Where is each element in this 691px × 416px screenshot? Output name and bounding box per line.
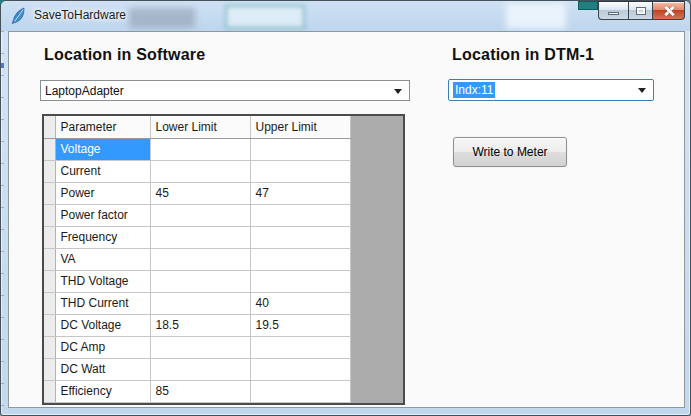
upper-limit-cell[interactable]: 40	[250, 292, 350, 314]
row-header[interactable]	[44, 138, 55, 160]
screen: SaveToHardware Location in Software Lapt…	[0, 0, 691, 416]
table-row: Frequency	[44, 226, 350, 248]
table-row: Voltage	[44, 138, 350, 160]
row-header[interactable]	[44, 292, 55, 314]
lower-limit-cell[interactable]	[150, 358, 250, 380]
upper-limit-cell[interactable]: 19.5	[250, 314, 350, 336]
background-artifact	[1, 63, 4, 68]
background-artifact	[129, 8, 195, 28]
row-header[interactable]	[44, 358, 55, 380]
close-icon	[664, 6, 674, 16]
table-row: THD Current40	[44, 292, 350, 314]
parameter-cell[interactable]: DC Amp	[55, 336, 150, 358]
upper-limit-cell[interactable]	[250, 358, 350, 380]
row-header[interactable]	[44, 226, 55, 248]
minimize-button[interactable]	[598, 1, 628, 20]
row-header[interactable]	[44, 336, 55, 358]
row-header[interactable]	[44, 270, 55, 292]
lower-limit-cell[interactable]: 45	[150, 182, 250, 204]
row-header[interactable]	[44, 160, 55, 182]
upper-limit-cell[interactable]	[250, 270, 350, 292]
parameter-cell[interactable]: Power	[55, 182, 150, 204]
dtm-location-value: Indx:11	[453, 82, 495, 98]
limits-grid[interactable]: ParameterLower LimitUpper Limit VoltageC…	[44, 116, 351, 403]
write-to-meter-button[interactable]: Write to Meter	[453, 137, 567, 167]
column-header[interactable]: Lower Limit	[150, 116, 250, 138]
dtm-location-heading: Location in DTM-1	[452, 46, 594, 64]
parameter-cell[interactable]: Power factor	[55, 204, 150, 226]
parameter-cell[interactable]: Frequency	[55, 226, 150, 248]
feather-icon[interactable]	[10, 7, 27, 25]
table-row: Current	[44, 160, 350, 182]
table-row: Power factor	[44, 204, 350, 226]
background-artifact	[578, 1, 598, 10]
parameter-cell[interactable]: Current	[55, 160, 150, 182]
parameter-cell[interactable]: Efficiency	[55, 380, 150, 402]
app-window: SaveToHardware Location in Software Lapt…	[0, 0, 691, 416]
upper-limit-cell[interactable]	[250, 160, 350, 182]
table-row: DC Watt	[44, 358, 350, 380]
parameter-cell[interactable]: Voltage	[55, 138, 150, 160]
lower-limit-cell[interactable]	[150, 160, 250, 182]
lower-limit-cell[interactable]	[150, 204, 250, 226]
lower-limit-cell[interactable]	[150, 138, 250, 160]
parameter-cell[interactable]: DC Voltage	[55, 314, 150, 336]
upper-limit-cell[interactable]	[250, 248, 350, 270]
column-header[interactable]: Upper Limit	[250, 116, 350, 138]
upper-limit-cell[interactable]	[250, 204, 350, 226]
dtm-location-combobox[interactable]: Indx:11	[448, 79, 654, 101]
minimize-icon	[608, 12, 619, 15]
row-header[interactable]	[44, 204, 55, 226]
parameter-cell[interactable]: DC Watt	[55, 358, 150, 380]
parameter-cell[interactable]: VA	[55, 248, 150, 270]
parameter-cell[interactable]: THD Current	[55, 292, 150, 314]
background-artifact	[506, 3, 566, 29]
software-location-combobox[interactable]: LaptopAdapter	[40, 80, 410, 101]
lower-limit-cell[interactable]	[150, 292, 250, 314]
grid-corner-cell[interactable]	[44, 116, 55, 138]
grid-header: ParameterLower LimitUpper Limit	[44, 116, 350, 138]
chevron-down-icon[interactable]	[394, 89, 402, 94]
table-row: DC Amp	[44, 336, 350, 358]
window-title: SaveToHardware	[34, 8, 126, 22]
row-header[interactable]	[44, 182, 55, 204]
lower-limit-cell[interactable]: 85	[150, 380, 250, 402]
row-header[interactable]	[44, 380, 55, 402]
upper-limit-cell[interactable]	[250, 336, 350, 358]
software-location-heading: Location in Software	[44, 46, 205, 64]
background-artifact	[225, 5, 305, 29]
upper-limit-cell[interactable]	[250, 226, 350, 248]
row-header[interactable]	[44, 248, 55, 270]
lower-limit-cell[interactable]	[150, 270, 250, 292]
close-button[interactable]	[653, 1, 685, 20]
row-header[interactable]	[44, 314, 55, 336]
table-row: Power4547	[44, 182, 350, 204]
titlebar[interactable]: SaveToHardware	[1, 1, 690, 31]
column-header[interactable]: Parameter	[55, 116, 150, 138]
maximize-button[interactable]	[628, 1, 653, 20]
table-row: Efficiency85	[44, 380, 350, 402]
lower-limit-cell[interactable]	[150, 226, 250, 248]
dialog-body: Location in Software LaptopAdapter Locat…	[8, 31, 685, 408]
lower-limit-cell[interactable]	[150, 336, 250, 358]
upper-limit-cell[interactable]: 47	[250, 182, 350, 204]
lower-limit-cell[interactable]	[150, 248, 250, 270]
background-artifact	[1, 31, 4, 415]
caption-buttons	[598, 1, 685, 21]
table-row: THD Voltage	[44, 270, 350, 292]
parameter-cell[interactable]: THD Voltage	[55, 270, 150, 292]
lower-limit-cell[interactable]: 18.5	[150, 314, 250, 336]
table-row: DC Voltage18.519.5	[44, 314, 350, 336]
limits-grid-container: ParameterLower LimitUpper Limit VoltageC…	[42, 114, 405, 405]
upper-limit-cell[interactable]	[250, 380, 350, 402]
chevron-down-icon[interactable]	[638, 88, 646, 93]
upper-limit-cell[interactable]	[250, 138, 350, 160]
maximize-icon	[636, 7, 646, 15]
table-row: VA	[44, 248, 350, 270]
software-location-value: LaptopAdapter	[45, 84, 124, 98]
